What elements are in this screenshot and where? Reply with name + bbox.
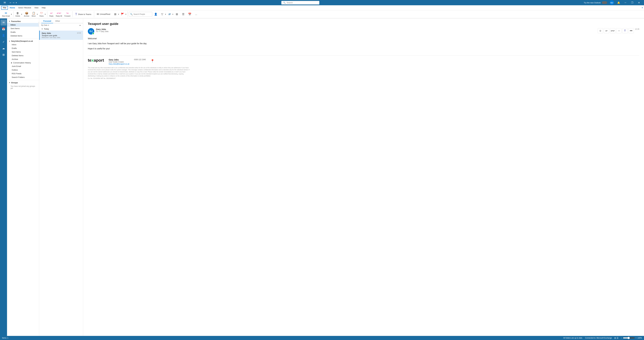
panel-collapse-button[interactable]: ❮ bbox=[38, 22, 39, 26]
category-dropdown[interactable]: ▾ bbox=[118, 13, 119, 15]
view-list-button[interactable]: ☰ bbox=[180, 11, 186, 18]
menu-file[interactable]: File bbox=[1, 6, 8, 10]
menu-bar: File Home Send / Receive View Help ▾ bbox=[0, 5, 644, 10]
flag-dropdown[interactable]: ▾ bbox=[126, 13, 126, 15]
unread-read-button[interactable]: ✉ Unread/Read bbox=[95, 11, 112, 18]
category-button[interactable]: ⊞ bbox=[112, 11, 118, 18]
menu-home[interactable]: Home bbox=[8, 6, 16, 10]
zoom-slider[interactable] bbox=[623, 337, 635, 339]
archive-button[interactable]: 📦 Archive bbox=[23, 11, 30, 18]
nav-mail-icon[interactable]: ✉ bbox=[0, 20, 6, 26]
to-label: To bbox=[96, 31, 98, 33]
folder-deleted-favourite[interactable]: Deleted Items bbox=[7, 34, 39, 38]
delete-group: 🗑 Delete ▾ bbox=[15, 11, 22, 18]
search-people-box[interactable]: 🔍 bbox=[129, 12, 152, 17]
menu-send-receive[interactable]: Send / Receive bbox=[17, 6, 33, 10]
nav-calendar-icon[interactable]: 📅 bbox=[0, 26, 6, 32]
search-bar[interactable]: 🔍 bbox=[281, 1, 319, 5]
new-outlook-toggle[interactable] bbox=[602, 1, 607, 4]
share-to-teams-button[interactable]: T Share to Teams bbox=[74, 11, 93, 18]
email-item-meta: Gary Jobs 12:26 bbox=[42, 32, 81, 34]
filter-icon: ▽ bbox=[161, 13, 163, 16]
emoji-button[interactable]: ☺ bbox=[598, 28, 603, 33]
ribbon-collapse-btn[interactable]: ▾ bbox=[642, 7, 643, 9]
forward-action-button[interactable]: → bbox=[616, 28, 622, 33]
zoom-plus-button[interactable]: + bbox=[636, 337, 636, 339]
user-avatar[interactable]: GJ bbox=[610, 0, 614, 5]
more-actions-icon: ••• bbox=[630, 30, 632, 32]
groups-header[interactable]: ▼ Groups bbox=[7, 81, 39, 84]
forward-button[interactable]: ↪ Forward bbox=[64, 11, 71, 18]
title-bar-expand[interactable]: ▾ bbox=[16, 2, 17, 4]
search-input[interactable] bbox=[287, 2, 316, 4]
filter-dropdown[interactable]: ▾ bbox=[165, 13, 166, 15]
move-button[interactable]: 📋 Move bbox=[31, 11, 36, 18]
folder-inbox-account[interactable]: Inbox bbox=[7, 43, 39, 47]
new-email-dropdown[interactable]: ▾ bbox=[11, 13, 12, 15]
filter-button[interactable]: ▽ bbox=[159, 11, 165, 18]
nav-onedrive-icon[interactable]: ☁ bbox=[0, 45, 6, 51]
reply-all-button[interactable]: ↩↩ Reply All bbox=[55, 11, 63, 18]
send-receive-button[interactable]: ⇄ bbox=[166, 11, 172, 18]
folder-junk-account[interactable]: Junk Email bbox=[7, 65, 39, 68]
folder-search-account[interactable]: Search Folders bbox=[7, 75, 39, 79]
account-header[interactable]: ▼ GaryJobs@texaport.co.uk bbox=[7, 40, 39, 43]
menu-view[interactable]: View bbox=[33, 6, 40, 10]
folder-sent-account[interactable]: Sent Items bbox=[7, 50, 39, 54]
folder-inbox-favourite[interactable]: Inbox bbox=[7, 23, 39, 27]
sort-direction-icon[interactable]: ▲ bbox=[79, 24, 81, 26]
view-grid-button[interactable]: ⊞ bbox=[174, 11, 180, 18]
reply-action-button[interactable]: ↩ bbox=[604, 28, 609, 33]
folder-outbox-account[interactable]: Outbox bbox=[7, 68, 39, 72]
view-compact-icon[interactable]: ☰ bbox=[617, 337, 618, 339]
folder-archive-account[interactable]: Archive bbox=[7, 57, 39, 61]
search-bar-container: 🔍 bbox=[17, 1, 584, 5]
title-bar-redo[interactable]: ↪ bbox=[13, 2, 14, 4]
favourites-header[interactable]: ▼ Favourites bbox=[7, 20, 39, 23]
menu-help[interactable]: Help bbox=[40, 6, 47, 10]
reply-all-action-icon: ↩↩ bbox=[611, 30, 614, 32]
title-bar-undo[interactable]: ↩ bbox=[10, 2, 11, 4]
flag-button[interactable]: 🚩 bbox=[120, 11, 126, 18]
tab-focused[interactable]: Focused bbox=[41, 19, 53, 23]
sort-button[interactable]: By Date ▾ bbox=[41, 24, 49, 26]
zoom-level: 100% bbox=[638, 337, 642, 339]
reply-button[interactable]: ↩ Reply bbox=[48, 11, 54, 18]
nav-apps-icon[interactable]: ⊞ bbox=[0, 52, 6, 58]
minimize-button[interactable]: ─ bbox=[622, 0, 629, 5]
email-item[interactable]: Gary Jobs 12:26 Texaport user guide Welc… bbox=[39, 31, 83, 40]
folder-drafts-account[interactable]: Drafts bbox=[7, 47, 39, 50]
move-dropdown[interactable]: ▾ bbox=[36, 13, 38, 15]
folder-deleted-account[interactable]: Deleted Items bbox=[7, 54, 39, 57]
ribbon-more-button[interactable]: ... bbox=[193, 11, 199, 18]
teams-icon: T bbox=[75, 12, 77, 16]
tab-other[interactable]: Other bbox=[53, 19, 62, 23]
search-people-icon: 🔍 bbox=[130, 13, 132, 15]
rules-button[interactable]: 🛡 Rules bbox=[39, 11, 44, 18]
maximize-button[interactable]: ❐ bbox=[629, 0, 636, 5]
close-button[interactable]: ✕ bbox=[636, 0, 642, 5]
delete-button[interactable]: 🗑 Delete bbox=[15, 11, 21, 18]
folder-rss-account[interactable]: RSS Feeds bbox=[7, 72, 39, 75]
view-normal-icon[interactable]: ⊞ bbox=[614, 337, 616, 339]
more-actions-button[interactable]: ••• bbox=[628, 28, 634, 33]
rules-dropdown[interactable]: ▾ bbox=[44, 13, 46, 15]
zoom-minus-button[interactable]: ─ bbox=[621, 337, 622, 339]
nav-people-icon[interactable]: 👤 bbox=[0, 33, 6, 38]
delete-dropdown[interactable]: ▾ bbox=[21, 13, 22, 15]
address-book-button[interactable]: 👤 bbox=[153, 11, 159, 18]
reply-all-action-button[interactable]: ↩↩ bbox=[610, 28, 615, 33]
email-received-time: 12:26 bbox=[635, 28, 639, 30]
account-collapse-icon: ▼ bbox=[9, 41, 10, 42]
notification-icon[interactable]: 🔔 bbox=[615, 0, 622, 5]
sig-logo-container: texaport bbox=[88, 58, 104, 63]
conversation-history-header[interactable]: ▶ Conversation History bbox=[7, 61, 39, 65]
search-people-input[interactable] bbox=[134, 13, 151, 15]
folder-drafts-favourite[interactable]: Drafts bbox=[7, 30, 39, 34]
teams-action-button[interactable]: T bbox=[622, 28, 628, 33]
view-calendar-button[interactable]: 📅 bbox=[187, 11, 192, 18]
send-receive-dropdown[interactable]: ▾ bbox=[172, 13, 173, 15]
nav-tasks-icon[interactable]: ✓ bbox=[0, 39, 6, 45]
folder-sent-favourite[interactable]: Sent Items bbox=[7, 27, 39, 30]
new-email-button[interactable]: ✉ New Email bbox=[1, 11, 11, 18]
